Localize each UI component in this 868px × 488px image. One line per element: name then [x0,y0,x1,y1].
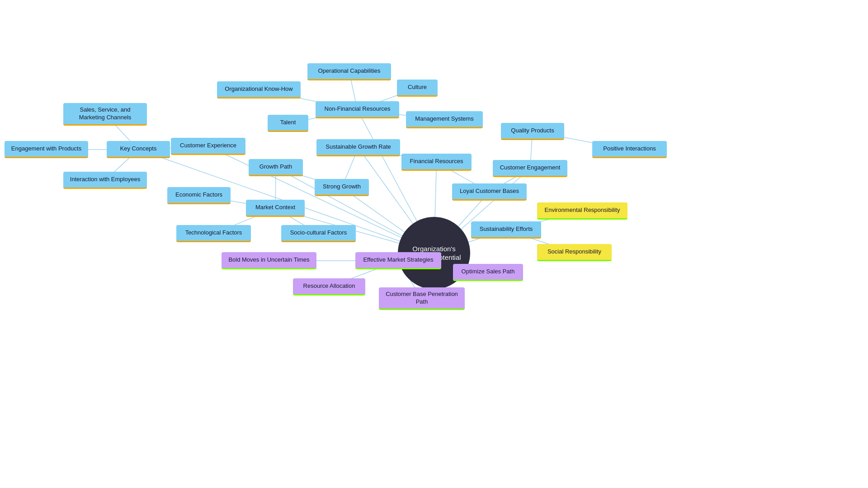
node-sustainability-efforts: Sustainability Efforts [471,221,541,239]
node-customer-base-path: Customer Base Penetration Path [379,287,465,310]
node-optimize-sales: Optimize Sales Path [453,264,523,281]
node-talent: Talent [268,115,308,132]
node-strong-growth: Strong Growth [315,179,369,196]
node-bold-moves: Bold Moves in Uncertain Times [222,252,316,269]
node-interaction-employees: Interaction with Employees [63,172,147,189]
node-org-know-how: Organizational Know-How [217,81,301,99]
node-positive-interactions: Positive Interactions [592,141,667,158]
node-social-responsibility: Social Responsibility [537,244,612,261]
node-loyal-customer: Loyal Customer Bases [452,183,527,201]
node-management-systems: Management Systems [406,111,483,128]
node-key-concepts: Key Concepts [107,141,170,158]
node-growth-path: Growth Path [249,159,303,176]
node-economic-factors: Economic Factors [167,187,231,204]
node-customer-engagement: Customer Engagement [493,160,567,177]
node-operational-cap: Operational Capabilities [307,63,391,80]
node-effective-market: Effective Market Strategies [355,252,441,269]
node-sustainable-growth: Sustainable Growth Rate [316,139,400,156]
node-socio-cultural: Socio-cultural Factors [281,225,356,242]
node-market-context: Market Context [246,200,305,217]
node-culture: Culture [397,80,438,97]
node-non-financial: Non-Financial Resources [316,101,399,118]
node-resource-allocation: Resource Allocation [293,278,365,296]
node-engagement-products: Engagement with Products [5,141,88,158]
node-env-responsibility: Environmental Responsibility [537,202,627,220]
node-customer-experience: Customer Experience [171,138,245,155]
node-technological-factors: Technological Factors [176,225,251,242]
node-sales-service: Sales, Service, and Marketing Channels [63,103,147,126]
node-quality-products: Quality Products [501,123,564,140]
node-financial-resources: Financial Resources [401,154,472,171]
